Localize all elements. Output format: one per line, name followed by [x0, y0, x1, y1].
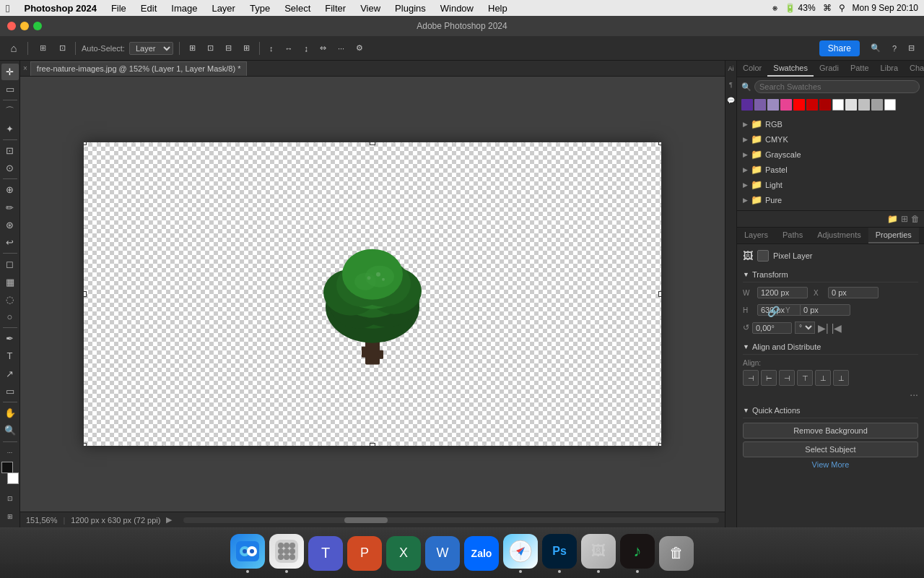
rotate-flip-btn[interactable]: |◀ [832, 322, 842, 334]
align-right-btn[interactable]: ⊟ [222, 42, 235, 54]
transform-btn4[interactable]: ⇔ [316, 42, 330, 54]
status-more-btn[interactable]: ▶ [166, 515, 172, 525]
menu-file[interactable]: File [108, 3, 129, 14]
apple-menu-icon[interactable]:  [6, 2, 9, 14]
swatch-darkred[interactable] [819, 99, 831, 111]
x-input[interactable] [828, 287, 879, 298]
close-button[interactable] [7, 22, 16, 30]
new-folder-btn[interactable]: 📁 [887, 214, 898, 224]
handle-mr[interactable] [658, 291, 661, 297]
handle-br[interactable] [658, 443, 661, 446]
menu-image[interactable]: Image [168, 3, 200, 14]
swatch-gray2[interactable] [871, 99, 883, 111]
link-proportions-icon[interactable]: 🔗 [767, 306, 780, 317]
align-center-btn[interactable]: ⊡ [204, 42, 217, 54]
tab-swatches[interactable]: Swatches [767, 61, 814, 77]
dock-spotify[interactable]: ♪ [620, 534, 655, 573]
y-input[interactable] [800, 304, 850, 316]
dock-photoshop[interactable]: Ps [542, 534, 577, 573]
tab-color[interactable]: Color [737, 61, 767, 77]
eyedropper-tool[interactable]: ⊙ [1, 160, 19, 176]
swatches-search-input[interactable] [754, 80, 920, 93]
swatch-purple1[interactable] [741, 99, 753, 111]
pen-tool[interactable]: ✒ [1, 330, 19, 347]
menu-filter[interactable]: Filter [322, 3, 349, 14]
swatch-gray1[interactable] [858, 99, 870, 111]
swatch-white2[interactable] [884, 99, 896, 111]
panel-icon-1[interactable]: Ai [726, 64, 736, 74]
auto-select-dropdown[interactable]: Layer Group [129, 42, 173, 55]
transform-btn3[interactable]: ↨ [300, 43, 312, 54]
dock-teams[interactable]: T [308, 536, 343, 571]
menu-view[interactable]: View [357, 3, 383, 14]
panel-icon-2[interactable]: ¶ [726, 79, 736, 90]
handle-tc[interactable] [370, 142, 375, 145]
dock-excel[interactable]: X [386, 536, 421, 571]
handle-tr[interactable] [658, 142, 661, 145]
rotate-dropdown[interactable]: ° [795, 322, 815, 334]
help-btn[interactable]: ? [889, 43, 900, 54]
rotate-input[interactable] [752, 322, 792, 334]
w-input[interactable] [757, 287, 808, 298]
swatch-ltgray[interactable] [845, 99, 857, 111]
tab-pattern[interactable]: Patte [845, 61, 875, 77]
tab-paths[interactable]: Paths [775, 228, 810, 243]
share-button[interactable]: Share [819, 40, 860, 56]
align-top-edge[interactable]: ⊤ [797, 370, 813, 386]
handle-ml[interactable] [84, 291, 87, 297]
swatch-white[interactable] [832, 99, 844, 111]
dock-safari[interactable] [503, 534, 538, 573]
search-icon[interactable]: ⚲ [839, 3, 845, 13]
panel-icon-chat[interactable]: 💬 [726, 95, 736, 105]
tab-adjustments[interactable]: Adjustments [810, 228, 868, 243]
foreground-color[interactable] [1, 462, 13, 473]
h-scrollbar[interactable] [183, 517, 719, 523]
blur-tool[interactable]: ◌ [1, 291, 19, 308]
dock-powerpoint[interactable]: P [347, 536, 382, 571]
menu-edit[interactable]: Edit [138, 3, 160, 14]
path-select-tool[interactable]: ↗ [1, 366, 19, 382]
swatch-red2[interactable] [806, 99, 818, 111]
dock-word[interactable]: W [425, 536, 460, 571]
spot-heal-tool[interactable]: ⊕ [1, 181, 19, 198]
maximize-button[interactable] [33, 22, 42, 30]
swatch-group-cmyk[interactable]: ▶ 📁 CMYK [737, 131, 924, 147]
align-right-edge[interactable]: ⊣ [779, 370, 795, 386]
distribute-btn[interactable]: ⊞ [240, 42, 253, 54]
history-brush-tool[interactable]: ↩ [1, 234, 19, 251]
color-picker[interactable] [1, 462, 19, 484]
swatch-pink[interactable] [780, 99, 792, 111]
rotate-more-btn[interactable]: ▶| [818, 322, 829, 334]
gradient-tool[interactable]: ▦ [1, 273, 19, 290]
shape-tool[interactable]: ▭ [1, 383, 19, 400]
tab-channels[interactable]: Chan [904, 61, 924, 77]
type-tool[interactable]: T [1, 348, 19, 364]
swatch-group-pastel[interactable]: ▶ 📁 Pastel [737, 162, 924, 177]
canvas-viewport[interactable] [20, 77, 725, 512]
menu-window[interactable]: Window [437, 3, 476, 14]
app-name[interactable]: Photoshop 2024 [21, 3, 99, 14]
align-section-header[interactable]: ▼ Align and Distribute [743, 340, 918, 355]
prefs-btn[interactable]: ⊟ [905, 42, 918, 54]
hand-tool[interactable]: ✋ [1, 405, 19, 421]
brush-tool[interactable]: ✏ [1, 199, 19, 216]
crop-tool[interactable]: ⊡ [1, 142, 19, 159]
dock-zalo[interactable]: Zalo [464, 536, 499, 571]
tab-gradient[interactable]: Gradi [814, 61, 845, 77]
h-scrollbar-thumb[interactable] [344, 517, 388, 523]
swatch-red1[interactable] [793, 99, 805, 111]
swatch-group-light[interactable]: ▶ 📁 Light [737, 177, 924, 192]
selection-tool[interactable]: ▭ [1, 81, 19, 98]
quick-mask-btn[interactable]: ⊡ [1, 491, 19, 507]
tab-properties[interactable]: Properties [868, 228, 919, 243]
align-v-center[interactable]: ⊥ [815, 370, 831, 386]
menu-layer[interactable]: Layer [209, 3, 238, 14]
menu-help[interactable]: Help [485, 3, 510, 14]
handle-tl[interactable] [84, 142, 87, 145]
document-tab[interactable]: free-nature-images.jpg @ 152% (Layer 1, … [30, 61, 248, 76]
align-left-btn[interactable]: ⊞ [186, 42, 199, 54]
select-tool-btn[interactable]: ⊡ [56, 42, 69, 54]
zoom-tool[interactable]: 🔍 [1, 422, 19, 439]
align-h-center[interactable]: ⊢ [761, 370, 777, 386]
swatch-group-rgb[interactable]: ▶ 📁 RGB [737, 116, 924, 131]
